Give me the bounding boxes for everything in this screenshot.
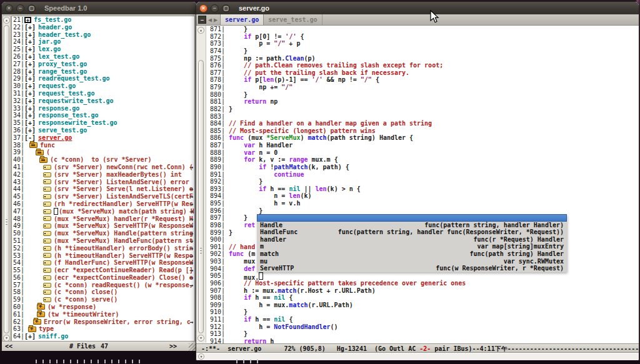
plus-icon[interactable]: [+] (24, 90, 36, 97)
code-line[interactable]: 884|// Find a handler on a handler map g… (207, 120, 637, 127)
code-line[interactable]: 914| return h (207, 338, 637, 343)
tag-icon[interactable] (43, 231, 51, 236)
tag-label[interactable]: (mux *ServeMux) HandleFunc(pattern st (54, 237, 193, 245)
tag-label[interactable]: (srv *Server) maxHeaderBytes() int (54, 171, 182, 179)
plus-icon[interactable]: [+] (24, 38, 36, 46)
folder-open-icon[interactable] (29, 142, 38, 148)
code-line[interactable]: 910| } (207, 308, 637, 316)
tag-label[interactable]: (srv *Server) Serve(l net.Listener) e (54, 185, 193, 193)
code-line[interactable]: 872| if p[0] != '/' { (207, 33, 637, 41)
tag-icon[interactable] (43, 216, 51, 221)
tag-label[interactable]: (tw *timeoutWriter) (48, 311, 119, 318)
speedbar-row[interactable]: 54|(f HandlerFunc) ServeHTTP(w ResponseW… (12, 259, 194, 267)
speedbar-row[interactable]: 58|(c *conn) close() (12, 288, 194, 296)
folder-open-icon[interactable] (39, 157, 48, 163)
code-line[interactable]: 880| } (207, 91, 637, 99)
editor-titlebar[interactable]: × − ▢ server.go (196, 2, 639, 14)
speedbar-row[interactable]: 37|[-]server.go (12, 134, 194, 142)
plus-icon[interactable]: [+] (24, 97, 36, 105)
tag-icon[interactable] (43, 283, 51, 288)
minus-icon[interactable]: [-] (24, 134, 36, 142)
plus-icon[interactable]: [+] (24, 119, 36, 127)
code-line[interactable]: 912| h = NotFoundHandler() (207, 323, 637, 331)
tag-label[interactable]: (f HandlerFunc) ServeHTTP(w ResponseW (54, 259, 193, 267)
speedbar-row[interactable]: 60|(w *response) (12, 303, 194, 311)
speedbar-row[interactable]: 22|[+]header.go (12, 24, 194, 31)
folder-plus-icon[interactable] (37, 312, 45, 317)
maximize-icon[interactable]: ▢ (222, 4, 230, 12)
scroll-up-icon[interactable]: ▲ (3, 17, 10, 24)
code-line[interactable]: 909| h = mux.match(r.URL.Path) (207, 302, 637, 309)
tag-label[interactable]: (c *conn) close() (54, 288, 118, 296)
code-line[interactable]: 896| } (207, 207, 637, 215)
tag-icon[interactable] (43, 194, 51, 199)
speedbar-row[interactable]: 56|(ecr *expectContinueReader) Close() e… (12, 274, 194, 282)
code-line[interactable]: 893| if h == nil || len(k) > n { (207, 185, 637, 193)
code-line[interactable]: 890| if !pathMatch(k, path) { (207, 164, 637, 171)
file-name[interactable]: server.go (38, 134, 72, 142)
code-line[interactable]: 913| } (207, 330, 637, 338)
autocomplete-item[interactable]: Handlefunc(pattern string, handler Handl… (257, 222, 567, 229)
tag-label[interactable]: Error(w ResponseWriter, error string, c (44, 318, 191, 326)
tag-label[interactable]: (srv *Server) ListenAndServe() error (54, 179, 189, 186)
speedbar-row[interactable]: 62|Error(w ResponseWriter, error string,… (12, 318, 194, 326)
code-line[interactable]: 889| for k, v := range mux.m { (207, 156, 637, 164)
code-line[interactable]: 905| mux. (207, 272, 637, 280)
speedbar-scroll-left[interactable]: << (5, 342, 12, 352)
minimize-icon[interactable]: − (211, 4, 219, 12)
code-line[interactable]: 874| } (207, 47, 637, 55)
tag-label[interactable]: func (40, 142, 55, 149)
code-line[interactable]: 894| n = len(k) (207, 192, 637, 200)
code-line[interactable]: 879| np += "/" (207, 84, 637, 91)
speedbar-row[interactable]: 26|[+]lex_test.go (12, 53, 194, 61)
tab-prev-icon[interactable]: ◀ (208, 16, 212, 23)
speedbar-row[interactable]: 64|[+]sniff.go (12, 333, 194, 340)
tag-label[interactable]: (mux *ServeMux) handler(r *Request) H (54, 215, 193, 223)
speedbar-row[interactable]: 57|(c *conn) readRequest() (w *response,… (12, 282, 194, 289)
speedbar-row[interactable]: 55|(ecr *expectContinueReader) Read(p []… (12, 267, 194, 274)
tag-icon[interactable] (43, 187, 51, 192)
autocomplete-item[interactable]: matchfunc(path string) Handler (257, 250, 567, 258)
tag-icon[interactable] (43, 165, 51, 170)
tag-label[interactable]: (srv *Server) ListenAndServeTLS(certF (54, 193, 193, 200)
code-line[interactable]: 907| h := mux.match(r.Host + r.URL.Path) (207, 287, 637, 295)
file-name[interactable]: jar.go (38, 38, 61, 46)
tag-icon[interactable] (43, 172, 51, 177)
file-name[interactable]: readrequest_test.go (38, 75, 109, 82)
tag-icon[interactable] (43, 179, 51, 184)
folder-plus-icon[interactable] (37, 304, 45, 310)
tag-icon[interactable] (43, 246, 51, 251)
speedbar-row[interactable]: 42|(srv *Server) maxHeaderBytes() int (12, 171, 194, 179)
speedbar-row[interactable]: 61|(tw *timeoutWriter) (12, 311, 194, 318)
code-line[interactable]: 906| // Host-specific pattern takes prec… (207, 280, 637, 287)
speedbar-row[interactable]: 36|[+]serve_test.go (12, 127, 194, 134)
code-line[interactable]: 887| var h Handler (207, 142, 637, 149)
tab-server-go[interactable]: server.go (220, 14, 264, 25)
speedbar-row[interactable]: 47|(mux *ServeMux) match(path string) Ha… (12, 208, 194, 215)
autocomplete-item[interactable]: mvar map[string]muxEntry (257, 243, 567, 250)
folder-plus-icon[interactable] (33, 319, 41, 325)
code-line[interactable]: 876| // path.Clean removes trailing slas… (207, 62, 637, 69)
code-line[interactable]: 877| // put the trailing slash back if n… (207, 69, 637, 77)
speedbar-row[interactable]: 52|(h *timeoutHandler) errorBody() strin… (12, 245, 194, 252)
file-name[interactable]: serve_test.go (38, 127, 87, 134)
plus-icon[interactable]: [+] (24, 333, 36, 340)
code-line[interactable]: 888| var n = 0 (207, 149, 637, 157)
tag-label[interactable]: (c *conn) readRequest() (w *response, (54, 282, 193, 289)
speedbar-row[interactable]: 48|(mux *ServeMux) handler(r *Request) H… (12, 215, 194, 223)
plus-icon[interactable]: [+] (24, 46, 36, 53)
speedbar-titlebar[interactable]: × − ▢ Speedbar 1.0 (2, 2, 197, 14)
speedbar-row[interactable]: 45|(srv *Server) ListenAndServeTLS(certF… (12, 193, 194, 200)
plus-icon[interactable]: [+] (24, 53, 36, 61)
tag-icon[interactable] (43, 224, 51, 229)
tag-icon[interactable] (43, 202, 51, 207)
autocomplete-item[interactable]: muvar sync.RWMutex (257, 258, 567, 265)
speedbar-row[interactable]: 33|[+]response.go (12, 105, 194, 112)
file-name[interactable]: fs_test.go (34, 16, 71, 24)
code-line[interactable]: 891| continue (207, 171, 637, 179)
editor-scrollbar-thumb[interactable] (198, 60, 204, 333)
plus-icon[interactable]: [+] (24, 24, 36, 31)
tab-close-icon[interactable]: − (198, 16, 206, 24)
code-line[interactable]: 882|} (207, 106, 637, 113)
tag-icon[interactable] (43, 260, 51, 265)
